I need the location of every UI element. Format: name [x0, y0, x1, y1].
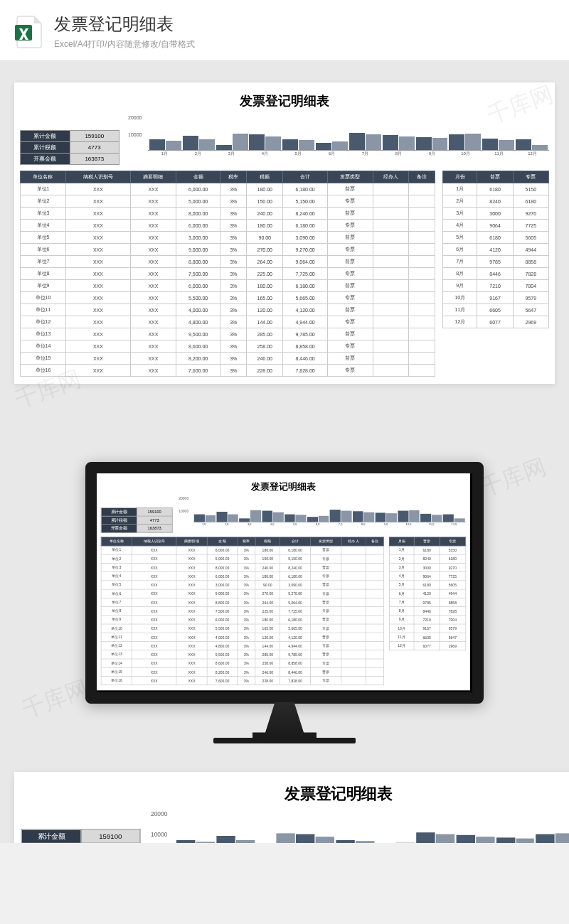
table-cell: 3000 — [477, 208, 513, 220]
table-cell: 9785 — [414, 598, 440, 606]
chart-bar — [316, 143, 331, 150]
table-row: 5月61805605 — [443, 232, 549, 244]
table-cell: 8,800.00 — [207, 598, 238, 606]
table-cell: XXX — [65, 268, 130, 280]
table-cell: XXX — [65, 292, 130, 304]
table-cell — [373, 304, 408, 316]
table-cell: 专票 — [310, 659, 341, 667]
table-cell: 5,665.00 — [283, 292, 327, 304]
table-cell: XXX — [65, 316, 130, 328]
chart-bar — [319, 516, 329, 522]
table-cell: 5,500.00 — [176, 292, 220, 304]
chart-bar — [282, 139, 298, 150]
table-cell: 5月 — [443, 232, 477, 244]
table-row: 单位5XXXXXX3,000.003%90.003,090.00普票 — [101, 581, 383, 589]
table-cell: 4,944.00 — [280, 642, 311, 650]
chart-bar — [216, 836, 235, 843]
table-cell: 4,800.00 — [176, 316, 220, 328]
table-cell: 5,150.00 — [283, 195, 327, 208]
table-cell: 9270 — [440, 563, 465, 571]
table-row: 单位13XXXXXX9,500.003%285.009,785.00普票 — [101, 650, 383, 659]
chart-bar — [297, 834, 315, 843]
table-cell: 专票 — [327, 220, 373, 232]
table-cell: 246.00 — [247, 353, 283, 365]
table-row: 单位6XXXXXX9,000.003%270.009,270.00专票 — [21, 244, 435, 256]
table-row: 单位14XXXXXX8,600.003%258.008,858.00专票 — [101, 659, 383, 667]
table-row: 10月91679579 — [443, 292, 549, 304]
table-cell: 9,064.00 — [283, 256, 327, 268]
table-cell: 8240 — [477, 195, 513, 208]
monthly-summary-table: 月份普票专票1月618051502月824061803月300092704月90… — [442, 171, 549, 377]
chart-bar — [409, 510, 420, 522]
table-cell: 7004 — [513, 280, 548, 292]
table-cell: 6180 — [414, 581, 440, 589]
table-cell: 9,500.00 — [207, 650, 238, 659]
chart-bar — [454, 518, 465, 522]
table-row: 单位15XXXXXX8,200.003%246.008,446.00普票 — [21, 353, 435, 365]
table-cell: 7,600.00 — [176, 365, 220, 377]
chart-bar — [496, 838, 515, 843]
chart-bar — [233, 134, 248, 150]
table-cell: 9,270.00 — [283, 244, 327, 256]
column-header: 税率 — [238, 537, 255, 546]
table-cell: 7725 — [440, 572, 465, 581]
table-cell: 单位8 — [101, 607, 132, 616]
table-row: 单位13XXXXXX9,500.003%285.009,785.00普票 — [21, 328, 435, 340]
table-cell: 普票 — [327, 304, 373, 316]
table-row: 12月60772969 — [443, 316, 549, 328]
table-cell: 258.00 — [247, 340, 283, 353]
table-cell: 8,240.00 — [280, 563, 311, 571]
summary-value: 163873 — [137, 525, 172, 533]
table-cell: 7,500.00 — [207, 607, 238, 616]
table-cell: 1月 — [389, 546, 414, 554]
table-cell: XXX — [132, 624, 176, 633]
chart-bar — [273, 512, 284, 522]
table-cell: 单位13 — [101, 650, 132, 659]
table-cell: 6,000.00 — [176, 220, 220, 232]
table-cell: 7,600.00 — [207, 676, 238, 684]
table-cell: 3% — [238, 572, 255, 581]
main-data-table: 单位名称纳税人识别号摘要明细金额税率税额合计发票类型经办人备注单位1XXXXXX… — [101, 537, 384, 685]
table-cell: 240.00 — [247, 208, 283, 220]
table-row: 单位16XXXXXX7,600.003%228.007,828.00专票 — [101, 676, 383, 684]
table-cell: 150.00 — [247, 195, 283, 208]
table-row: 9月72107004 — [389, 616, 465, 624]
table-cell: 普票 — [310, 546, 341, 554]
table-cell: 6,000.00 — [207, 546, 238, 554]
table-cell: XXX — [65, 232, 130, 244]
chart-bar — [356, 842, 374, 843]
table-cell: 4120 — [477, 244, 513, 256]
table-cell: 264.00 — [255, 598, 280, 606]
table-cell: XXX — [176, 642, 208, 650]
table-cell: 3,090.00 — [280, 581, 311, 589]
column-header: 单位名称 — [21, 171, 66, 183]
table-cell: 6180 — [440, 554, 465, 563]
table-cell: 单位12 — [101, 642, 132, 650]
table-cell — [341, 598, 366, 606]
main-data-table: 单位名称纳税人识别号摘要明细金额税率税额合计发票类型经办人备注单位1XXXXXX… — [20, 171, 435, 377]
table-row: 2月82406180 — [443, 195, 549, 208]
table-cell: 4,800.00 — [207, 642, 238, 650]
table-cell: XXX — [130, 183, 176, 195]
table-cell: XXX — [130, 232, 176, 244]
table-cell: 4,000.00 — [207, 633, 238, 641]
chart-bar — [383, 135, 398, 150]
table-cell: 7,725.00 — [283, 268, 327, 280]
table-cell: 6180 — [477, 183, 513, 195]
table-cell: 9064 — [414, 572, 440, 581]
table-cell: 普票 — [310, 667, 341, 676]
table-cell — [409, 304, 435, 316]
table-cell: 单位14 — [101, 659, 132, 667]
table-row: 8月84467828 — [389, 607, 465, 616]
table-cell: 4944 — [440, 589, 465, 598]
table-cell: 7月 — [389, 598, 414, 606]
table-cell: 90.00 — [255, 581, 280, 589]
table-cell: 7828 — [513, 268, 548, 280]
table-cell — [409, 183, 435, 195]
chart-bar — [239, 518, 250, 522]
table-cell: XXX — [176, 607, 208, 616]
table-cell: 3% — [220, 292, 247, 304]
column-header: 纳税人识别号 — [132, 537, 176, 546]
table-cell: 单位5 — [21, 232, 66, 244]
summary-value: 159100 — [81, 829, 140, 843]
